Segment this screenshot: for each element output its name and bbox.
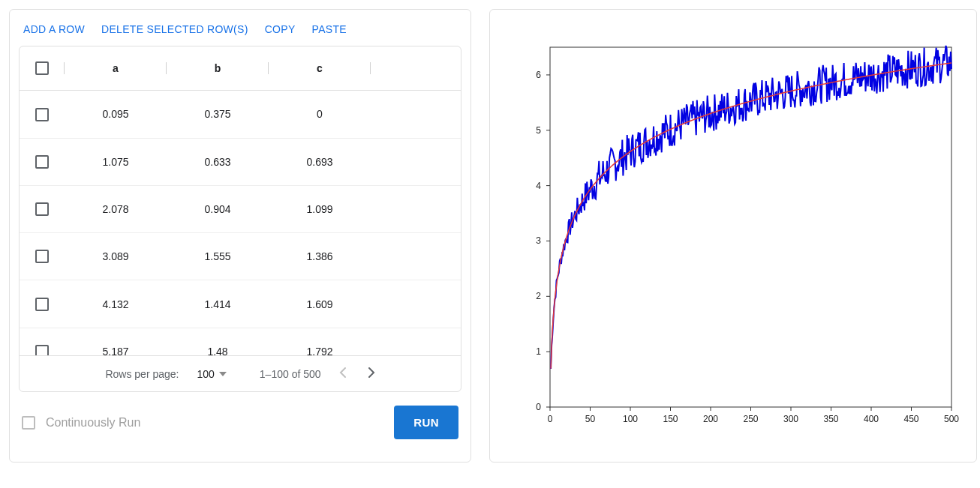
chart-panel: 0501001502002503003504004505000123456: [489, 9, 977, 463]
table-row[interactable]: 3.0891.5551.386: [20, 233, 461, 280]
run-button[interactable]: RUN: [394, 406, 458, 439]
paste-button[interactable]: PASTE: [312, 23, 347, 35]
cell-a[interactable]: 5.187: [65, 328, 167, 355]
row-checkbox[interactable]: [35, 108, 49, 121]
row-checkbox[interactable]: [35, 155, 49, 169]
continuous-run-checkbox[interactable]: [22, 416, 35, 430]
row-checkbox[interactable]: [35, 345, 49, 355]
add-row-button[interactable]: ADD A ROW: [23, 23, 85, 35]
next-page-button[interactable]: [368, 367, 375, 381]
cell-b[interactable]: 0.633: [167, 138, 269, 185]
copy-button[interactable]: COPY: [265, 23, 296, 35]
table-toolbar: ADD A ROW DELETE SELECTED ROW(S) COPY PA…: [19, 23, 461, 46]
data-panel: ADD A ROW DELETE SELECTED ROW(S) COPY PA…: [9, 9, 471, 463]
row-checkbox[interactable]: [35, 202, 49, 216]
table-body: 0.0950.37501.0750.6330.6932.0780.9041.09…: [20, 91, 461, 355]
cell-b[interactable]: 1.48: [167, 328, 269, 355]
cell-c[interactable]: 1.099: [269, 185, 371, 232]
svg-text:3: 3: [536, 235, 541, 246]
svg-text:500: 500: [944, 414, 959, 424]
row-checkbox[interactable]: [35, 298, 49, 311]
cell-c[interactable]: 0: [269, 91, 371, 138]
cell-c[interactable]: 1.386: [269, 233, 371, 280]
cell-b[interactable]: 0.375: [167, 91, 269, 138]
svg-text:450: 450: [903, 414, 918, 424]
delete-rows-button[interactable]: DELETE SELECTED ROW(S): [101, 23, 248, 35]
cell-b[interactable]: 1.555: [167, 233, 269, 280]
cell-c[interactable]: 0.693: [269, 138, 371, 185]
table-header: a b c: [20, 46, 461, 91]
svg-text:350: 350: [823, 414, 838, 424]
cell-a[interactable]: 0.095: [65, 91, 167, 138]
row-checkbox[interactable]: [35, 250, 49, 263]
svg-text:4: 4: [536, 181, 541, 191]
line-chart: 0501001502002503003504004505000123456: [505, 25, 963, 445]
continuous-run-label: Continuously Run: [46, 416, 140, 430]
svg-text:5: 5: [536, 125, 541, 136]
table-row[interactable]: 5.1871.481.792: [20, 328, 461, 355]
cell-b[interactable]: 0.904: [167, 185, 269, 232]
table-row[interactable]: 4.1321.4141.609: [20, 280, 461, 328]
dropdown-icon: [219, 372, 227, 376]
svg-text:200: 200: [703, 414, 718, 424]
data-grid: a b c 0.0950.37501.0750.6330.6932.0780.9…: [19, 46, 461, 392]
svg-text:6: 6: [536, 70, 541, 80]
chevron-left-icon: [339, 367, 347, 379]
paginator: Rows per page: 100 1–100 of 500: [20, 355, 461, 391]
svg-text:0: 0: [548, 414, 553, 424]
svg-text:400: 400: [864, 414, 879, 424]
page-range: 1–100 of 500: [260, 368, 321, 380]
select-all-checkbox[interactable]: [35, 61, 49, 75]
prev-page-button[interactable]: [339, 367, 347, 381]
cell-a[interactable]: 1.075: [65, 138, 167, 185]
svg-text:100: 100: [623, 414, 638, 424]
continuous-run-toggle[interactable]: Continuously Run: [22, 416, 140, 430]
svg-text:1: 1: [536, 346, 541, 357]
cell-c[interactable]: 1.609: [269, 280, 371, 328]
column-header-a[interactable]: a: [65, 46, 167, 91]
table-row[interactable]: 0.0950.3750: [20, 91, 461, 138]
column-header-b[interactable]: b: [167, 46, 269, 91]
cell-a[interactable]: 2.078: [65, 185, 167, 232]
svg-text:300: 300: [783, 414, 798, 424]
panel-footer: Continuously Run RUN: [19, 406, 461, 439]
svg-text:2: 2: [536, 291, 541, 301]
chevron-right-icon: [368, 367, 375, 379]
cell-c[interactable]: 1.792: [269, 328, 371, 355]
rows-per-page-label: Rows per page:: [105, 368, 179, 380]
svg-text:150: 150: [663, 414, 678, 424]
column-header-c[interactable]: c: [269, 46, 371, 91]
cell-a[interactable]: 3.089: [65, 233, 167, 280]
svg-text:250: 250: [743, 414, 758, 424]
page-size-select[interactable]: 100: [197, 368, 226, 380]
svg-text:50: 50: [585, 414, 596, 424]
svg-text:0: 0: [536, 402, 541, 412]
cell-a[interactable]: 4.132: [65, 280, 167, 328]
cell-b[interactable]: 1.414: [167, 280, 269, 328]
table-row[interactable]: 1.0750.6330.693: [20, 138, 461, 185]
table-row[interactable]: 2.0780.9041.099: [20, 185, 461, 232]
